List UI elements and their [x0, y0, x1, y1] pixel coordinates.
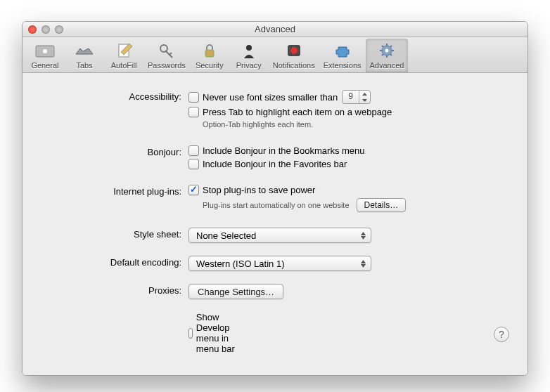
preferences-window: Advanced General Tabs AutoFill Passwords: [22, 21, 528, 376]
stylesheet-select[interactable]: None Selected: [188, 228, 371, 243]
svg-rect-4: [205, 50, 214, 57]
develop-menu-checkbox[interactable]: [188, 328, 193, 339]
svg-point-17: [385, 49, 389, 53]
press-tab-label: Press Tab to highlight each item on a we…: [203, 107, 392, 117]
stepper-up-icon[interactable]: [359, 91, 370, 97]
toolbar-label: AutoFill: [111, 61, 137, 70]
toolbar-item-tabs[interactable]: Tabs: [65, 39, 104, 72]
encoding-select[interactable]: Western (ISO Latin 1): [188, 256, 371, 271]
bonjour-bookmarks-label: Include Bonjour in the Bookmarks menu: [203, 145, 365, 156]
zoom-icon[interactable]: [55, 25, 63, 34]
passwords-icon: [155, 41, 178, 60]
toolbar-item-notifications[interactable]: Notifications: [269, 39, 319, 72]
svg-line-15: [390, 46, 392, 47]
toolbar-item-passwords[interactable]: Passwords: [143, 39, 190, 72]
window-title: Advanced: [23, 24, 527, 34]
toolbar: General Tabs AutoFill Passwords Security: [23, 37, 527, 73]
font-size-value: 9: [343, 91, 359, 103]
svg-line-14: [390, 54, 392, 55]
svg-line-16: [382, 54, 383, 55]
bonjour-favorites-checkbox[interactable]: [188, 159, 199, 169]
svg-point-1: [43, 49, 47, 53]
change-settings-button[interactable]: Change Settings…: [188, 284, 283, 299]
toolbar-label: Advanced: [370, 61, 404, 70]
toolbar-item-autofill[interactable]: AutoFill: [104, 39, 143, 72]
plugins-label: Internet plug-ins:: [41, 185, 188, 197]
titlebar: Advanced: [23, 22, 527, 37]
toolbar-label: Tabs: [76, 61, 92, 70]
never-font-checkbox[interactable]: [188, 92, 199, 103]
stylesheet-label: Style sheet:: [41, 228, 188, 240]
advanced-icon: [376, 41, 398, 60]
close-icon[interactable]: [28, 25, 37, 34]
toolbar-item-extensions[interactable]: Extensions: [319, 39, 366, 72]
svg-line-13: [382, 46, 383, 47]
select-arrows-icon: [358, 232, 368, 240]
encoding-label: Default encoding:: [41, 256, 188, 268]
bonjour-label: Bonjour:: [41, 145, 188, 157]
window-controls: [23, 25, 63, 34]
plugins-hint: Plug-ins start automatically on one webs…: [203, 201, 350, 209]
autofill-icon: [113, 41, 135, 60]
toolbar-label: Notifications: [273, 61, 315, 70]
tabs-icon: [73, 41, 96, 60]
help-button[interactable]: ?: [494, 327, 509, 342]
bonjour-favorites-label: Include Bonjour in the Favorites bar: [203, 159, 347, 169]
toolbar-item-advanced[interactable]: Advanced: [366, 39, 409, 72]
accessibility-label: Accessibility:: [41, 90, 188, 102]
svg-point-5: [246, 45, 252, 51]
general-icon: [34, 41, 56, 60]
stop-plugins-label: Stop plug-ins to save power: [203, 185, 315, 195]
toolbar-label: Extensions: [324, 61, 362, 70]
privacy-icon: [238, 41, 260, 60]
toolbar-label: Privacy: [236, 61, 262, 70]
bonjour-bookmarks-checkbox[interactable]: [188, 145, 199, 156]
extensions-icon: [331, 41, 354, 60]
details-button[interactable]: Details…: [357, 198, 407, 212]
never-font-label: Never use font sizes smaller than: [203, 92, 338, 103]
svg-point-7: [290, 47, 298, 54]
security-icon: [198, 41, 221, 60]
select-arrows-icon: [358, 260, 368, 268]
toolbar-item-general[interactable]: General: [25, 39, 65, 72]
stepper-down-icon[interactable]: [359, 97, 370, 103]
accessibility-hint: Option-Tab highlights each item.: [203, 120, 509, 129]
toolbar-label: Security: [196, 61, 224, 70]
develop-menu-label: Show Develop menu in menu bar: [196, 312, 236, 354]
toolbar-item-security[interactable]: Security: [190, 39, 229, 72]
press-tab-checkbox[interactable]: [188, 107, 199, 117]
notifications-icon: [283, 41, 305, 60]
stop-plugins-checkbox[interactable]: [188, 185, 199, 195]
toolbar-label: General: [31, 61, 58, 70]
toolbar-label: Passwords: [148, 61, 186, 70]
stylesheet-value: None Selected: [196, 230, 256, 241]
content-area: Accessibility: Never use font sizes smal…: [23, 73, 527, 375]
font-size-stepper[interactable]: 9: [342, 90, 371, 104]
proxies-label: Proxies:: [41, 284, 188, 296]
minimize-icon[interactable]: [41, 25, 50, 34]
toolbar-item-privacy[interactable]: Privacy: [229, 39, 269, 72]
encoding-value: Western (ISO Latin 1): [196, 259, 284, 269]
